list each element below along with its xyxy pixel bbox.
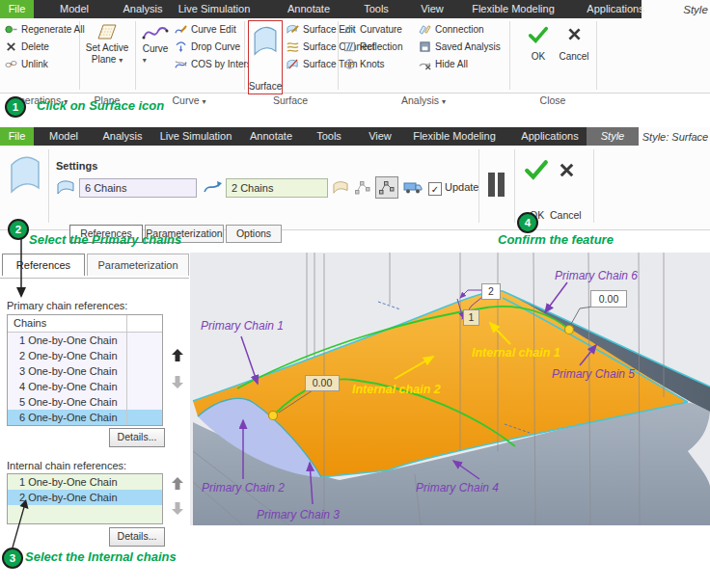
list-item[interactable]: 1 One-by-One Chain (8, 333, 162, 348)
cancel-button-ribbon1[interactable]: Cancel (556, 26, 592, 62)
close-group-label: Close (540, 94, 566, 106)
regenerate-all-button[interactable]: Regenerate All (5, 20, 85, 38)
tab-view[interactable]: View (421, 0, 444, 18)
tab-style[interactable]: Style (683, 2, 708, 18)
tab-model[interactable]: Model (60, 0, 89, 18)
tab-model-2[interactable]: Model (49, 127, 78, 146)
cos-by-intersect-icon (175, 58, 187, 70)
tab-file-2[interactable]: File (0, 127, 34, 146)
hide-all-button[interactable]: Hide All (419, 55, 501, 72)
list-item-selected[interactable]: 6 One-by-One Chain (8, 410, 162, 425)
surface-tool-icon (8, 153, 42, 198)
curve-button[interactable]: Curve▾ (139, 22, 172, 65)
primary-chain-5-label: Primary Chain 5 (552, 367, 635, 381)
ribbon1-tab-bar: File Model Analysis Live Simulation Anno… (0, 0, 642, 18)
curvature-icon (343, 23, 356, 36)
list-item[interactable]: 4 One-by-One Chain (8, 379, 162, 394)
saved-analysis-button[interactable]: Saved Analysis (419, 38, 501, 55)
update-label: Update (445, 181, 478, 193)
primary-chain-6-label: Primary Chain 6 (555, 269, 638, 282)
ribbon-style-surface-toolbar: File Model Analysis Live Simulation Anno… (0, 127, 710, 229)
tangent-value-left: 0.00 (305, 375, 340, 391)
move-up-button[interactable] (172, 349, 183, 361)
settings-label: Settings (56, 160, 97, 172)
internal-details-button[interactable]: Details... (109, 527, 165, 547)
primary-chains-list[interactable]: Chains 1 One-by-One Chain 2 One-by-One C… (7, 314, 163, 426)
panel-tab-parameterization[interactable]: Parameterization (87, 254, 189, 276)
tab-applications[interactable]: Applications (587, 0, 643, 18)
reflection-icon (343, 40, 356, 53)
connection-button[interactable]: Connection (419, 20, 501, 38)
list-item[interactable]: 3 One-by-One Chain (8, 363, 162, 379)
step1-badge: 1 (5, 96, 26, 118)
internal-chain-2-label: Internal chain 2 (352, 383, 441, 396)
tab-tools-2[interactable]: Tools (316, 127, 341, 146)
tab-live-simulation[interactable]: Live Simulation (178, 0, 251, 18)
drop-curve-label: Drop Curve (191, 41, 240, 52)
move-down-button-internal[interactable] (172, 502, 183, 515)
curvature-button[interactable]: Curvature (343, 20, 402, 38)
step3-text: Select the Internal chains (25, 549, 177, 564)
tab-flexible-modeling-2[interactable]: Flexible Modeling (413, 127, 496, 146)
ok-button-ribbon1[interactable]: OK (524, 24, 553, 62)
step3-arrow (6, 497, 31, 551)
cancel-button[interactable] (558, 161, 576, 183)
list-item[interactable]: 2 One-by-One Chain (8, 348, 162, 363)
dropdown-arrow-icon: ▾ (119, 56, 123, 65)
curve-group-label[interactable]: Curve ▾ (173, 94, 206, 106)
dynamic-preview-icon[interactable] (403, 179, 423, 195)
cancel-label: Cancel (559, 51, 588, 62)
tab-options-ribbon[interactable]: Options (226, 225, 282, 243)
primary-chains-field[interactable] (79, 178, 197, 198)
reflection-button[interactable]: Reflection (343, 38, 402, 55)
primary-chains-icon (56, 179, 75, 196)
update-checkbox[interactable]: ✓ (428, 182, 442, 196)
tab-flexible-modeling[interactable]: Flexible Modeling (472, 0, 555, 18)
mesh-toggle-selected[interactable] (375, 176, 398, 199)
set-active-plane-label: Set ActivePlane ▾ (86, 42, 128, 67)
knots-button[interactable]: Knots (343, 55, 402, 72)
tangent-value-right: 0.00 (590, 290, 627, 307)
tab-live-simulation-2[interactable]: Live Simulation (160, 127, 232, 146)
active-plane-icon (96, 21, 119, 42)
ok-label: OK (532, 51, 545, 62)
surface-preview-icon[interactable] (332, 180, 349, 195)
tab-annotate[interactable]: Annotate (287, 0, 330, 18)
ribbon2-tab-bar: File Model Analysis Live Simulation Anno… (0, 127, 639, 146)
curvature-label: Curvature (360, 24, 402, 35)
point-tag-1: 1 (463, 309, 479, 326)
set-active-plane-button[interactable]: Set ActivePlane ▾ (85, 21, 129, 67)
tab-style-selected[interactable]: Style (587, 127, 639, 146)
dropdown-arrow-icon: ▾ (442, 97, 446, 106)
list-item[interactable]: 5 One-by-One Chain (8, 394, 162, 410)
chain-endpoint-dot[interactable] (565, 326, 574, 334)
surface-group-label: Surface (273, 94, 308, 106)
unlink-button[interactable]: Unlink (5, 55, 85, 72)
move-up-button-internal[interactable] (172, 477, 183, 490)
dropdown-arrow-icon: ▾ (143, 56, 147, 65)
tab-file[interactable]: File (0, 0, 34, 18)
pause-icon[interactable] (488, 173, 495, 197)
surface-button[interactable]: Surface (248, 20, 283, 94)
tab-view-2[interactable]: View (369, 127, 392, 146)
tab-tools[interactable]: Tools (364, 0, 389, 18)
list-item[interactable]: 1 One-by-One Chain (8, 474, 162, 490)
tab-analysis[interactable]: Analysis (123, 0, 163, 18)
chain-endpoint-dot[interactable] (269, 412, 278, 420)
step2-arrow (14, 239, 31, 299)
internal-chains-field[interactable] (226, 178, 328, 198)
ok-button[interactable] (524, 157, 549, 186)
tab-annotate-2[interactable]: Annotate (250, 127, 292, 146)
tab-applications-2[interactable]: Applications (521, 127, 578, 146)
delete-button[interactable]: Delete (5, 38, 85, 55)
move-down-button[interactable] (172, 376, 183, 388)
mesh-toggle-icon[interactable] (355, 180, 370, 195)
primary-details-button[interactable]: Details... (109, 428, 165, 447)
list-item-selected[interactable]: 2 One-by-One Chain (8, 490, 162, 505)
pause-icon[interactable] (498, 173, 505, 197)
tab-analysis-2[interactable]: Analysis (103, 127, 143, 146)
delete-label: Delete (21, 41, 49, 52)
analysis-group-label[interactable]: Analysis ▾ (401, 94, 446, 106)
internal-chain-1-label: Internal chain 1 (472, 346, 560, 360)
dropdown-arrow-icon: ▾ (202, 97, 205, 106)
